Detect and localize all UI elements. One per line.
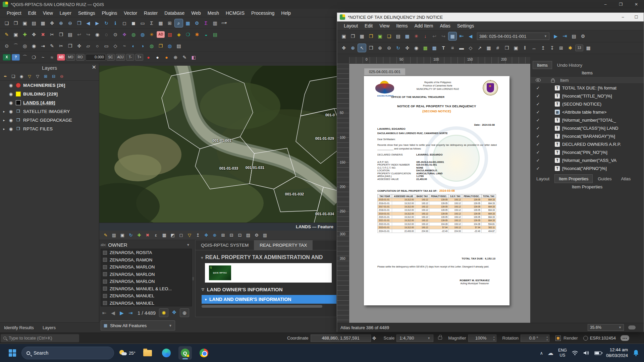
export-svg-icon[interactable]: ✳ <box>412 32 420 40</box>
maximize-icon[interactable]: ❐ <box>613 0 629 9</box>
atlas-first-icon[interactable]: ⇤ <box>458 32 466 40</box>
toggle-edit-icon[interactable]: ✎ <box>102 232 109 239</box>
refresh-map-icon[interactable]: ↻ <box>102 19 110 27</box>
tray-chevron-icon[interactable]: ∧ <box>540 351 543 356</box>
move-content-icon[interactable]: ✜ <box>403 44 411 52</box>
zoom-to-feature-icon[interactable]: ⊕ <box>180 308 189 317</box>
clock-widget[interactable]: 12:44 am 08/03/2024 <box>606 347 628 359</box>
menu-item[interactable]: Add Item <box>411 22 437 29</box>
layer-row[interactable]: ◉ MACHINERIES [26] <box>0 81 99 89</box>
edge-button[interactable] <box>160 346 173 360</box>
undo-icon[interactable]: ↩ <box>430 32 438 40</box>
atlas-last-icon[interactable]: ⇥ <box>561 32 569 40</box>
visibility-check-icon[interactable]: ✓ <box>531 126 545 131</box>
chrome-button[interactable] <box>197 346 211 360</box>
table-row[interactable]: ✓ T [%concat("TITLE_NO")%] <box>531 92 644 100</box>
shape-tool-icon[interactable]: ◇ <box>111 42 119 50</box>
node-circle-icon[interactable]: ❍ <box>30 53 38 61</box>
visibility-check-icon[interactable]: ✓ <box>531 102 545 107</box>
visibility-check-icon[interactable]: ✓ <box>531 85 545 90</box>
onedrive-icon[interactable]: ☁ <box>548 350 553 357</box>
fill-ring-icon[interactable]: ◉ <box>30 42 38 50</box>
palette-icon[interactable]: ◧ <box>190 53 198 61</box>
zoom-out-icon[interactable]: ⊖ <box>66 19 74 27</box>
remove-layer-icon[interactable]: ⊖ <box>58 73 65 80</box>
add-scalebar-icon[interactable]: ▬ <box>458 44 466 52</box>
minimize-icon[interactable]: – <box>616 13 630 21</box>
checkbox[interactable] <box>103 272 107 276</box>
list-item[interactable]: ZENAROSA, MARLON <box>101 271 192 278</box>
open-layout-icon[interactable]: ❐ <box>367 32 375 40</box>
zoom-level-combobox[interactable]: 35.6%▼ <box>588 324 624 331</box>
table-row[interactable]: ✓ ▦ <Attribute table frame> <box>531 108 644 116</box>
rotation-spinner[interactable]: 0.0 ° <box>521 335 549 342</box>
table-row[interactable]: ✓ T [%concat("CLASS")%] LAND <box>531 124 644 132</box>
list-item[interactable]: ZENAROSA, MANUEL <box>101 292 192 300</box>
list-item[interactable]: ZENAROSA, ROSITA <box>101 249 192 256</box>
menu-item[interactable]: Project <box>3 9 25 17</box>
atlas-prev-icon[interactable]: ◀ <box>467 32 475 40</box>
menu-item[interactable]: Items <box>393 22 411 29</box>
file-explorer-button[interactable] <box>141 346 154 360</box>
menu-item[interactable]: View <box>376 22 393 29</box>
crosshair-icon[interactable]: ⊕ <box>171 53 179 61</box>
globe-blue-icon[interactable]: ◍ <box>139 31 147 39</box>
layers-plugin-icon[interactable]: ▤ <box>211 31 219 39</box>
guides-icon[interactable]: ⊞ <box>557 44 565 52</box>
atlas-print-icon[interactable]: ▤ <box>570 32 578 40</box>
menu-item[interactable]: Settings <box>75 9 99 17</box>
export-pdf-icon[interactable]: ↓ <box>421 32 429 40</box>
save-project-icon[interactable]: ▣ <box>21 19 29 27</box>
visibility-eye-icon[interactable]: ◉ <box>8 83 13 88</box>
filter-legend-icon[interactable]: ▽ <box>26 73 33 80</box>
menu-item[interactable]: Processing <box>248 9 278 17</box>
layer-row[interactable]: ▸ ◉ ❒ SATELLITE IMAGERY <box>0 107 99 116</box>
rectangle-tool-icon[interactable]: ▭ <box>102 42 110 50</box>
curve-tool-icon[interactable]: ~ <box>120 42 128 50</box>
export-image-icon[interactable]: ▦ <box>403 32 411 40</box>
visibility-check-icon[interactable]: ✓ <box>531 94 545 99</box>
add-image-icon[interactable]: ▦ <box>430 44 438 52</box>
dock-view-icon[interactable]: ▥ <box>261 232 269 239</box>
dock-tab[interactable]: Undo History <box>553 61 587 69</box>
add-shape-icon[interactable]: ◇ <box>467 44 475 52</box>
checkbox[interactable] <box>103 301 107 305</box>
menu-item[interactable]: Plugins <box>98 9 120 17</box>
atlas-preview-icon[interactable]: ▦ <box>448 32 457 40</box>
table-row[interactable]: ✓ T TOTAL TAX DUE: [% format <box>531 84 644 92</box>
list-item[interactable]: ZENAROSA, MARLON <box>101 278 192 285</box>
render-checkbox[interactable] <box>555 336 561 341</box>
raster-plugin-icon[interactable]: ▧ <box>166 31 174 39</box>
distribute-items-icon[interactable]: ↔ <box>530 44 538 52</box>
zoom-slider[interactable] <box>628 325 636 329</box>
expand-all-icon[interactable]: ⊞ <box>42 73 49 80</box>
tab-real-property-tax[interactable]: REAL PROPERTY TAX <box>254 240 313 250</box>
checkbox[interactable] <box>103 265 107 269</box>
zoom-full-icon[interactable]: ❒ <box>367 44 375 52</box>
collapse-arrow-icon[interactable]: ▼ <box>200 256 204 260</box>
first-feature-icon[interactable]: ⇤ <box>101 309 108 316</box>
add-html-icon[interactable]: # <box>494 44 502 52</box>
dock-tab[interactable]: Identify Results <box>4 325 34 330</box>
checkbox[interactable] <box>103 287 107 291</box>
group-items-icon[interactable]: ❒ <box>503 44 511 52</box>
expand-arrow-icon[interactable]: ▸ <box>2 127 6 131</box>
edit-nodes-icon[interactable]: ◉ <box>412 44 420 52</box>
save-template-icon[interactable]: ▣ <box>376 32 384 40</box>
smooth-icon[interactable]: ≈ <box>48 53 56 61</box>
vector-plugin-icon[interactable]: ◈ <box>175 31 183 39</box>
menu-item[interactable]: Database <box>161 9 188 17</box>
identify-icon[interactable]: ℹ <box>111 19 119 27</box>
save-edits-icon[interactable]: ▣ <box>119 232 126 239</box>
scale-value-input[interactable]: 0.000 <box>86 54 106 61</box>
field-calculator-icon[interactable]: ⊞ <box>166 19 174 27</box>
messages-icon[interactable]: ••• <box>621 335 629 341</box>
ruler-menu-icon[interactable]: ▭▾ <box>220 19 228 27</box>
layout-manager-icon[interactable]: ▦ <box>358 32 366 40</box>
align-items-icon[interactable]: ‖ <box>521 44 529 52</box>
save-layout-icon[interactable]: ▣ <box>340 32 348 40</box>
export-excel-icon[interactable]: X <box>3 54 11 61</box>
pan-to-feature-icon[interactable]: ✥ <box>170 308 178 316</box>
cut-icon[interactable]: ✂ <box>48 31 56 39</box>
zoom-last-icon[interactable]: ◀ <box>84 19 92 27</box>
